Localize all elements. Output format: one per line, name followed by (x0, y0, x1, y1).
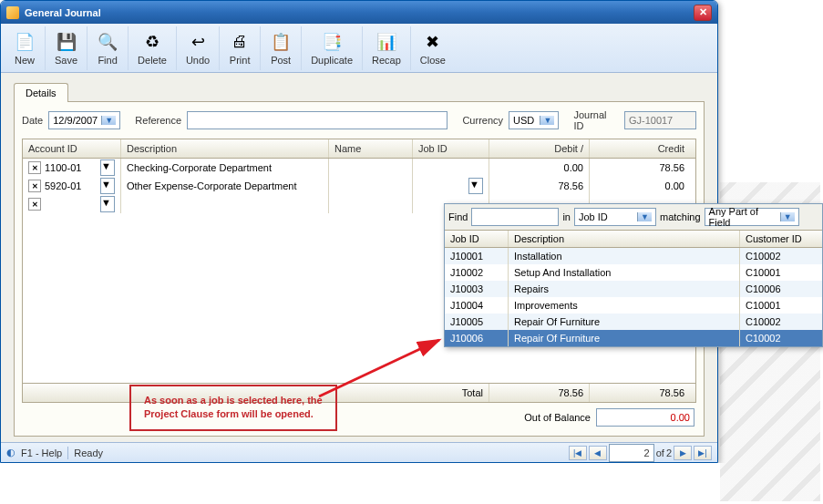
chevron-down-icon[interactable]: ▼ (540, 116, 554, 125)
lookup-desc: Improvements (509, 297, 740, 314)
cell-job[interactable] (413, 159, 489, 177)
balance-label: Out of Balance (524, 412, 591, 423)
lookup-job: J10005 (445, 314, 509, 330)
cell-credit[interactable]: 78.56 (590, 159, 690, 177)
nav-next-button[interactable]: ▶ (674, 446, 692, 460)
cell-name[interactable] (329, 195, 413, 213)
close-button[interactable]: ✖Close (411, 26, 455, 70)
table-row[interactable]: ✕5920-01▼Other Expense-Corporate Departm… (23, 177, 695, 195)
statusbar: ◐ F1 - Help Ready |◀ ◀ 2 of 2 ▶ ▶| (1, 442, 717, 462)
cell-account[interactable]: 5920-01 (45, 180, 100, 191)
row-delete-button[interactable]: ✕ (28, 180, 41, 192)
lookup-job: J10003 (445, 281, 509, 297)
popup-col-cust[interactable]: Customer ID (740, 231, 820, 247)
page-of-label: of (656, 447, 664, 458)
chevron-down-icon[interactable]: ▼ (100, 196, 115, 212)
lookup-row[interactable]: J10005Repair Of FurnitureC10002 (445, 314, 822, 330)
post-button[interactable]: 📋Post (261, 26, 302, 70)
lookup-cust: C10002 (740, 314, 820, 330)
delete-button[interactable]: ♻Delete (129, 26, 177, 70)
col-name[interactable]: Name (329, 139, 413, 158)
cell-name[interactable] (329, 177, 413, 195)
row-delete-button[interactable]: ✕ (28, 198, 41, 211)
lookup-job: J10002 (445, 264, 509, 281)
col-account[interactable]: Account ID (23, 139, 121, 158)
popup-matching-label: matching (660, 211, 701, 222)
cell-account[interactable]: 1100-01 (45, 162, 100, 173)
lookup-row[interactable]: J10001InstallationC10002 (445, 248, 822, 264)
status-ready: Ready (74, 447, 103, 458)
chevron-down-icon[interactable]: ▼ (637, 212, 652, 221)
new-button-icon: 📄 (14, 31, 36, 53)
row-delete-button[interactable]: ✕ (28, 161, 41, 174)
table-row[interactable]: ✕1100-01▼Checking-Corporate Department0.… (23, 159, 695, 177)
lookup-row[interactable]: J10003RepairsC10006 (445, 281, 822, 297)
lookup-cust: C10002 (740, 330, 820, 346)
lookup-row[interactable]: J10004ImprovementsC10001 (445, 297, 822, 314)
balance-value: 0.00 (596, 408, 694, 427)
col-description[interactable]: Description (121, 139, 329, 158)
chevron-down-icon[interactable]: ▼ (780, 212, 795, 221)
lookup-desc: Setup And Installation (509, 264, 740, 281)
date-input[interactable]: 12/9/2007 ▼ (48, 111, 120, 129)
col-credit[interactable]: Credit (590, 139, 690, 158)
reference-input[interactable] (187, 111, 448, 129)
close-window-button[interactable]: ✕ (694, 5, 712, 21)
tool-label: Delete (138, 55, 167, 66)
popup-in-label: in (562, 211, 571, 222)
tool-label: Print (230, 55, 251, 66)
chevron-down-icon[interactable]: ▼ (101, 116, 116, 125)
find-button-icon: 🔍 (97, 31, 118, 53)
duplicate-button[interactable]: 📑Duplicate (302, 26, 363, 70)
lookup-desc: Repair Of Furniture (509, 314, 740, 330)
help-label[interactable]: F1 - Help (21, 447, 62, 458)
popup-col-job[interactable]: Job ID (445, 231, 509, 247)
tool-label: Duplicate (311, 55, 353, 66)
new-button[interactable]: 📄New (5, 26, 46, 70)
chevron-down-icon[interactable]: ▼ (100, 159, 115, 176)
cell-description[interactable] (121, 195, 329, 213)
find-button[interactable]: 🔍Find (87, 26, 129, 70)
cell-description[interactable]: Checking-Corporate Department (121, 159, 329, 177)
cell-description[interactable]: Other Expense-Corporate Department (121, 177, 329, 195)
recap-button[interactable]: 📊Recap (363, 26, 411, 70)
popup-find-input[interactable] (471, 208, 559, 226)
lookup-job: J10006 (445, 330, 509, 346)
cell-credit[interactable]: 0.00 (590, 177, 690, 195)
cell-debit[interactable]: 0.00 (489, 159, 590, 177)
tool-label: New (15, 55, 35, 66)
popup-in-select[interactable]: Job ID ▼ (574, 208, 656, 226)
lookup-job: J10001 (445, 248, 509, 264)
cell-debit[interactable]: 78.56 (489, 177, 590, 195)
journalid-input: GJ-10017 (624, 111, 696, 129)
lookup-cust: C10006 (740, 281, 820, 297)
chevron-down-icon[interactable]: ▼ (100, 178, 115, 194)
tool-label: Undo (186, 55, 210, 66)
save-button[interactable]: 💾Save (46, 26, 87, 70)
page-current[interactable]: 2 (609, 444, 654, 462)
journalid-label: Journal ID (573, 109, 618, 131)
duplicate-button-icon: 📑 (321, 31, 343, 53)
nav-first-button[interactable]: |◀ (569, 446, 587, 460)
undo-button[interactable]: ↩Undo (177, 26, 220, 70)
tab-details[interactable]: Details (14, 83, 68, 102)
print-button[interactable]: 🖨Print (220, 26, 261, 70)
currency-select[interactable]: USD ▼ (509, 111, 559, 129)
col-debit[interactable]: Debit / (489, 139, 590, 158)
nav-last-button[interactable]: ▶| (694, 446, 712, 460)
lookup-row[interactable]: J10002Setup And InstallationC10001 (445, 264, 822, 281)
lookup-row[interactable]: J10006Repair Of FurnitureC10002 (445, 330, 822, 346)
nav-prev-button[interactable]: ◀ (589, 446, 607, 460)
total-debit: 78.56 (489, 384, 590, 402)
popup-matching-select[interactable]: Any Part of Field ▼ (705, 208, 799, 226)
help-icon: ◐ (6, 447, 15, 458)
lookup-desc: Repair Of Furniture (509, 330, 740, 346)
col-job[interactable]: Job ID (413, 139, 489, 158)
cell-job[interactable]: ▼ (413, 177, 489, 195)
popup-col-desc[interactable]: Description (509, 231, 740, 247)
page-total: 2 (666, 447, 672, 458)
print-button-icon: 🖨 (229, 31, 251, 53)
chevron-down-icon[interactable]: ▼ (468, 178, 483, 194)
cell-name[interactable] (329, 159, 413, 177)
close-button-icon: ✖ (422, 31, 444, 53)
